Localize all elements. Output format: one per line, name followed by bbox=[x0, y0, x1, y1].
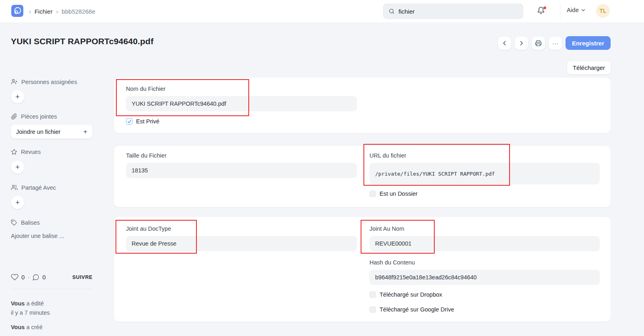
checkbox-icon[interactable] bbox=[369, 191, 376, 197]
checkbox-icon[interactable] bbox=[369, 306, 376, 313]
comment-icon[interactable] bbox=[32, 274, 39, 281]
assigned-section-label: Personnes assignées bbox=[11, 78, 77, 85]
content-hash-input[interactable] bbox=[369, 270, 600, 285]
tag-icon bbox=[11, 219, 17, 226]
app-window: › Fichier › bbb528268e Aide TL YUKI bbox=[0, 0, 644, 336]
shared-label-text: Partagé Avec bbox=[21, 184, 56, 191]
activity-created: Vous a créé bbox=[11, 324, 43, 330]
save-button[interactable]: Enregistrer bbox=[566, 36, 611, 50]
comment-count: 0 bbox=[42, 274, 45, 281]
chevron-right-icon bbox=[518, 40, 524, 46]
attached-doctype-label: Joint au DocType bbox=[126, 225, 171, 232]
file-url-label: URL du fichier bbox=[369, 152, 406, 159]
is-folder-checkbox-row[interactable]: Est un Dossier bbox=[369, 191, 417, 197]
section-card-url: Taille du Fichier URL du fichier Est un … bbox=[114, 146, 611, 207]
file-size-label: Taille du Fichier bbox=[126, 152, 167, 159]
chevron-left-icon bbox=[502, 40, 508, 46]
toolbar-actions: ··· Enregistrer bbox=[498, 36, 611, 50]
attach-file-label: Joindre un fichier bbox=[16, 129, 60, 135]
is-folder-label: Est un Dossier bbox=[380, 191, 417, 197]
app-logo-icon[interactable] bbox=[11, 5, 23, 17]
activity-action: a créé bbox=[25, 324, 42, 330]
next-document-button[interactable] bbox=[515, 37, 528, 50]
checkbox-icon[interactable] bbox=[369, 291, 376, 298]
star-icon bbox=[11, 149, 17, 155]
follow-button[interactable]: SUIVRE bbox=[72, 275, 93, 280]
prev-document-button[interactable] bbox=[498, 37, 511, 50]
help-menu[interactable]: Aide bbox=[567, 6, 586, 13]
user-plus-icon bbox=[11, 78, 18, 85]
dropbox-label: Téléchargé sur Dropbox bbox=[380, 291, 442, 298]
search-input[interactable] bbox=[398, 8, 518, 15]
add-review-button[interactable]: + bbox=[11, 160, 24, 174]
breadcrumb-chevron-icon: › bbox=[29, 8, 31, 15]
avatar[interactable]: TL bbox=[596, 4, 610, 18]
reviews-label-text: Revues bbox=[21, 149, 41, 155]
notification-dot bbox=[543, 6, 546, 9]
file-name-input[interactable] bbox=[126, 96, 357, 111]
attached-doctype-input[interactable] bbox=[126, 236, 357, 251]
section-card-attachment: Joint au DocType Joint Au Nom Hash du Co… bbox=[114, 217, 611, 322]
add-tag-input[interactable]: Ajouter une balise ... bbox=[11, 233, 64, 239]
header-divider bbox=[560, 4, 560, 18]
file-name-label: Nom du Fichier bbox=[126, 86, 165, 92]
checkbox-icon[interactable] bbox=[126, 118, 132, 125]
users-icon bbox=[11, 184, 18, 191]
content-hash-label: Hash du Contenu bbox=[369, 259, 415, 266]
breadcrumb-docname[interactable]: bbb528268e bbox=[62, 8, 95, 15]
attach-file-button[interactable]: Joindre un fichier + bbox=[11, 125, 93, 139]
more-menu-button[interactable]: ··· bbox=[549, 37, 562, 50]
attached-name-input[interactable] bbox=[369, 236, 600, 251]
add-assignee-button[interactable]: + bbox=[11, 90, 24, 103]
print-button[interactable] bbox=[532, 37, 545, 50]
reviews-section-label: Revues bbox=[11, 149, 41, 155]
page-title: YUKI SCRIPT RAPPORTc94640.pdf bbox=[11, 37, 153, 46]
breadcrumb-chevron-icon: › bbox=[56, 8, 58, 15]
is-private-checkbox-row[interactable]: Est Privé bbox=[126, 118, 159, 125]
gdrive-label: Téléchargé sur Google Drive bbox=[380, 306, 454, 313]
chevron-down-icon bbox=[581, 8, 586, 12]
top-navbar: › Fichier › bbb528268e Aide TL bbox=[0, 0, 644, 23]
like-count: 0 bbox=[21, 274, 25, 281]
paperclip-icon bbox=[11, 113, 17, 120]
sidebar-divider bbox=[11, 289, 93, 289]
assigned-label-text: Personnes assignées bbox=[21, 79, 77, 85]
tags-label-text: Balises bbox=[21, 219, 40, 226]
dot-separator: · bbox=[27, 274, 29, 281]
attachments-label-text: Pièces jointes bbox=[21, 113, 57, 120]
printer-icon bbox=[535, 40, 542, 47]
activity-edited: Vous a édité bbox=[11, 300, 44, 307]
activity-actor: Vous bbox=[11, 324, 25, 330]
help-label: Aide bbox=[567, 6, 579, 13]
search-icon bbox=[388, 8, 395, 14]
file-url-input[interactable] bbox=[369, 163, 600, 184]
global-search[interactable] bbox=[383, 4, 523, 19]
heart-icon[interactable] bbox=[11, 273, 19, 281]
attached-name-label: Joint Au Nom bbox=[369, 225, 404, 232]
breadcrumb: › Fichier › bbb528268e bbox=[29, 0, 95, 23]
attachments-section-label: Pièces jointes bbox=[11, 113, 57, 120]
likes-row: 0 · 0 SUIVRE bbox=[11, 273, 93, 281]
section-card-filename: Nom du Fichier Est Privé bbox=[114, 78, 611, 133]
activity-edited-when: il y a 7 minutes bbox=[11, 309, 50, 316]
tags-section-label: Balises bbox=[11, 219, 40, 226]
activity-action: a édité bbox=[25, 300, 44, 307]
download-button[interactable]: Télécharger bbox=[567, 61, 611, 74]
add-share-button[interactable]: + bbox=[11, 196, 24, 209]
shared-section-label: Partagé Avec bbox=[11, 184, 56, 191]
is-private-label: Est Privé bbox=[136, 118, 159, 125]
dropbox-checkbox-row[interactable]: Téléchargé sur Dropbox bbox=[369, 291, 442, 298]
check-icon bbox=[127, 119, 132, 124]
notifications-bell-icon[interactable] bbox=[537, 6, 547, 16]
gdrive-checkbox-row[interactable]: Téléchargé sur Google Drive bbox=[369, 306, 454, 313]
plus-icon: + bbox=[83, 128, 87, 136]
file-size-input[interactable] bbox=[126, 163, 357, 178]
activity-actor: Vous bbox=[11, 300, 25, 307]
breadcrumb-doctype-link[interactable]: Fichier bbox=[35, 8, 53, 15]
